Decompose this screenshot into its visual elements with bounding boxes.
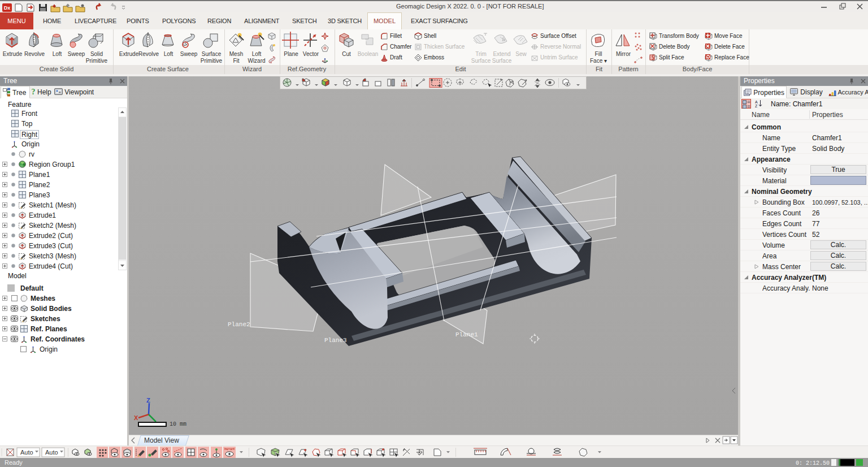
svg-text:Plane3: Plane3 [324, 337, 347, 344]
svg-text:X: X [134, 414, 138, 421]
svg-text:Plane1: Plane1 [455, 331, 478, 338]
svg-text:Auto: Auto [20, 449, 33, 456]
svg-text:Auto: Auto [45, 449, 58, 456]
svg-text:Plane2: Plane2 [228, 321, 250, 328]
svg-text:Dx: Dx [4, 5, 11, 11]
svg-text:Z: Z [146, 397, 150, 404]
svg-text:10 mm: 10 mm [170, 421, 186, 427]
